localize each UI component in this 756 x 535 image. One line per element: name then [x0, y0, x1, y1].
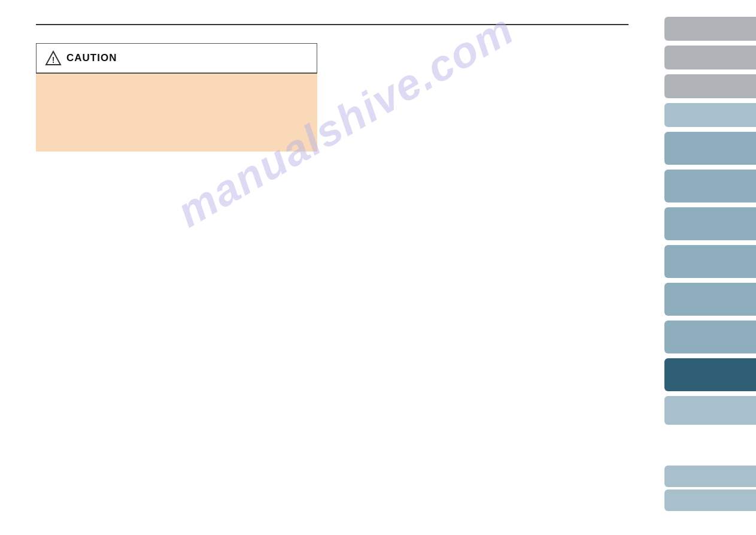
sidebar-tab[interactable] — [664, 17, 756, 41]
sidebar-bottom-group — [664, 466, 756, 511]
caution-box: ! CAUTION — [36, 43, 317, 74]
caution-content-area — [36, 74, 317, 152]
sidebar-tab[interactable] — [664, 74, 756, 98]
sidebar-tab[interactable] — [664, 207, 756, 240]
sidebar-tab[interactable] — [664, 46, 756, 69]
sidebar-tab[interactable] — [664, 283, 756, 316]
sidebar-tab[interactable] — [664, 103, 756, 127]
sidebar-tab[interactable] — [664, 245, 756, 278]
sidebar-tab[interactable] — [664, 321, 756, 353]
top-divider — [36, 24, 629, 25]
caution-header: ! CAUTION — [37, 44, 317, 73]
sidebar-bottom-tab[interactable] — [664, 489, 756, 511]
sidebar-tab[interactable] — [664, 132, 756, 165]
sidebar-tab-active[interactable] — [664, 358, 756, 391]
svg-text:!: ! — [52, 55, 55, 65]
warning-triangle-icon: ! — [45, 50, 62, 67]
main-content: ! CAUTION — [0, 0, 664, 535]
sidebar-tab[interactable] — [664, 396, 756, 425]
sidebar — [664, 0, 756, 535]
sidebar-tab[interactable] — [664, 170, 756, 202]
sidebar-bottom-tab[interactable] — [664, 466, 756, 487]
caution-label: CAUTION — [66, 52, 117, 64]
